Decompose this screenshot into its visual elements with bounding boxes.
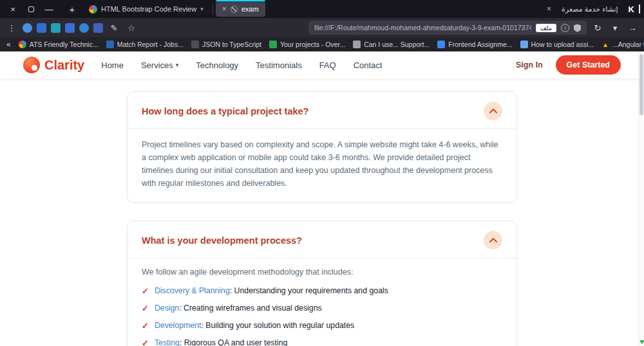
minimize-window-button[interactable]: — bbox=[40, 0, 58, 18]
bookmark-item[interactable]: Can I use... Support... bbox=[353, 41, 430, 48]
chevron-down-icon: ▾ bbox=[200, 6, 204, 12]
bookmark-item[interactable]: Frontend Assignme... bbox=[437, 41, 512, 48]
favicon bbox=[19, 41, 26, 48]
extension-icon[interactable] bbox=[79, 23, 89, 33]
process-term-link[interactable]: Design bbox=[155, 304, 179, 313]
navigation-toolbar: ⋮ ✎ ☆ file:///F:/Route/mahmoud-mohamed-a… bbox=[0, 18, 644, 37]
extension-icon[interactable] bbox=[37, 23, 46, 33]
tab-favicon bbox=[89, 5, 97, 14]
bookmark-label: Match Report - Jobs... bbox=[117, 41, 184, 48]
get-started-button[interactable]: Get Started bbox=[556, 55, 621, 75]
bookmark-item[interactable]: ATS Friendly Technic... bbox=[19, 41, 99, 48]
bookmark-label: Can I use... Support... bbox=[364, 41, 430, 48]
kagi-logo-icon: K bbox=[629, 5, 635, 14]
nav-label: Home bbox=[101, 60, 124, 70]
plus-icon: + bbox=[70, 4, 75, 15]
url-text[interactable]: file:///F:/Route/mahmoud-mohamed-ahmedsa… bbox=[314, 24, 531, 32]
list-item: ✓ Design: Creating wireframes and visual… bbox=[142, 304, 502, 314]
clarity-logo-icon bbox=[23, 57, 40, 73]
minimize-icon: — bbox=[45, 5, 53, 14]
sign-in-link[interactable]: Sign In bbox=[516, 60, 543, 69]
browser-window: × — + HTML Bootstrap Code Review ▾ × exa… bbox=[0, 0, 644, 346]
check-icon: ✓ bbox=[142, 286, 149, 296]
scroll-down-indicator bbox=[639, 340, 644, 344]
shield-icon[interactable] bbox=[574, 24, 581, 32]
faq-question: How long does a typical project take? bbox=[142, 106, 308, 116]
tab-label: HTML Bootstrap Code Review bbox=[101, 5, 196, 13]
faq-question: What is your development process? bbox=[142, 235, 302, 246]
process-intro: We follow an agile development methodolo… bbox=[142, 268, 502, 277]
faq-card-body: Project timelines vary based on complexi… bbox=[128, 129, 516, 202]
extension-icon[interactable] bbox=[65, 23, 75, 33]
extension-icon[interactable] bbox=[51, 23, 61, 33]
header-actions: Sign In Get Started bbox=[516, 55, 621, 75]
faq-card-body: We follow an agile development methodolo… bbox=[128, 259, 516, 346]
close-window-button[interactable]: × bbox=[4, 0, 22, 18]
bookmark-star-icon[interactable]: ☆ bbox=[125, 21, 138, 35]
main-nav: Home Services▾ Technology Testimonials F… bbox=[101, 60, 382, 70]
extension-icon[interactable] bbox=[93, 23, 103, 33]
url-bar[interactable]: file:///F:/Route/mahmoud-mohamed-ahmedsa… bbox=[308, 21, 587, 35]
scrollbar-thumb[interactable] bbox=[639, 54, 643, 115]
bookmark-item[interactable]: How to upload assi... bbox=[520, 41, 594, 48]
bookmark-label: JSON to TypeScript bbox=[202, 41, 261, 48]
nav-item-contact[interactable]: Contact bbox=[354, 60, 383, 70]
overflow-menu-icon[interactable]: ⋮ bbox=[5, 21, 18, 35]
bookmark-item[interactable]: Your projects - Over... bbox=[269, 41, 345, 48]
bookmark-item[interactable]: Match Report - Jobs... bbox=[106, 41, 184, 48]
tab-arabic[interactable]: إنشاء خدمة مصغرة bbox=[555, 1, 625, 17]
drive-favicon: ▲ bbox=[601, 41, 609, 48]
process-term-link[interactable]: Discovery & Planning bbox=[155, 286, 230, 295]
bookmark-item[interactable]: ▲...Angular C46 Videos bbox=[601, 41, 644, 48]
refresh-icon[interactable]: ↻ bbox=[591, 21, 604, 35]
tab-html-bootstrap-code-review[interactable]: HTML Bootstrap Code Review ▾ bbox=[82, 1, 210, 17]
process-term-link[interactable]: Testing bbox=[155, 338, 180, 346]
process-desc: : Creating wireframes and visual designs bbox=[179, 304, 321, 313]
kagi-logo-bar bbox=[639, 5, 640, 14]
chevron-up-icon bbox=[489, 108, 498, 114]
new-tab-button[interactable]: + bbox=[64, 1, 80, 17]
close-tab-icon[interactable]: × bbox=[222, 5, 227, 14]
nav-label: Technology bbox=[196, 60, 238, 70]
list-item: ✓ Discovery & Planning: Understanding yo… bbox=[142, 286, 502, 296]
nav-item-testimonials[interactable]: Testimonials bbox=[256, 60, 302, 70]
nav-item-services[interactable]: Services▾ bbox=[141, 60, 178, 70]
bookmark-item[interactable]: JSON to TypeScript bbox=[191, 41, 261, 48]
check-icon: ✓ bbox=[142, 338, 149, 346]
chevron-down-icon[interactable]: ▾ bbox=[609, 21, 621, 35]
collapse-bookmarks-icon[interactable]: « bbox=[6, 40, 11, 49]
collapse-button[interactable] bbox=[484, 231, 502, 250]
collapse-button[interactable] bbox=[484, 102, 502, 120]
page-viewport: Clarity Home Services▾ Technology Testim… bbox=[0, 51, 644, 346]
nav-item-home[interactable]: Home bbox=[101, 60, 124, 70]
nav-item-technology[interactable]: Technology bbox=[196, 60, 238, 70]
nav-label: Services bbox=[141, 60, 173, 70]
chevron-down-icon: ▾ bbox=[176, 62, 179, 68]
faq-card-header[interactable]: How long does a typical project take? bbox=[128, 92, 516, 129]
url-prefix: file:///F:/Route/mahmoud-mohamed-ahmedsa… bbox=[314, 24, 531, 32]
brand-logo[interactable]: Clarity bbox=[23, 57, 84, 73]
faq-section: How long does a typical project take? Pr… bbox=[0, 78, 644, 346]
page-scrollbar[interactable] bbox=[638, 51, 644, 346]
favicon bbox=[437, 41, 445, 48]
faq-answer: Project timelines vary based on complexi… bbox=[142, 138, 502, 190]
window-controls: × — bbox=[4, 0, 58, 18]
nav-label: Contact bbox=[354, 60, 383, 70]
nav-item-faq[interactable]: FAQ bbox=[319, 60, 336, 70]
edit-pen-icon[interactable]: ✎ bbox=[108, 21, 120, 35]
close-tab-icon[interactable]: × bbox=[547, 5, 551, 14]
faq-card-header[interactable]: What is your development process? bbox=[128, 221, 516, 258]
info-icon[interactable]: i bbox=[561, 24, 569, 32]
nav-label: Testimonials bbox=[256, 60, 302, 70]
extension-icon[interactable] bbox=[23, 23, 32, 33]
process-term-link[interactable]: Development bbox=[155, 321, 201, 330]
bookmark-label: How to upload assi... bbox=[531, 41, 594, 48]
list-item-text: Design: Creating wireframes and visual d… bbox=[155, 304, 322, 313]
bookmark-label: ...Angular C46 Videos bbox=[612, 41, 644, 48]
back-arrow-icon[interactable]: → bbox=[626, 21, 639, 35]
restore-window-button[interactable] bbox=[22, 0, 40, 18]
tab-strip: × — + HTML Bootstrap Code Review ▾ × exa… bbox=[0, 0, 644, 18]
check-icon: ✓ bbox=[142, 321, 149, 331]
tab-exam[interactable]: × exam bbox=[216, 1, 265, 17]
check-icon: ✓ bbox=[142, 304, 149, 314]
